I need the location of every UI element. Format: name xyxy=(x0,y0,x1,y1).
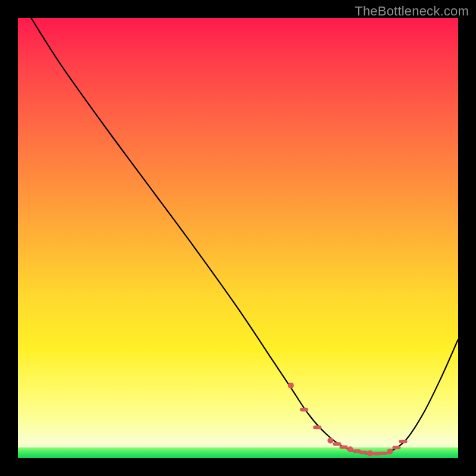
valley-marker-dot xyxy=(367,450,373,456)
valley-marker-dot xyxy=(387,449,393,455)
valley-marker-dot xyxy=(327,437,333,443)
valley-marker-dash xyxy=(333,442,342,446)
valley-marker-dash xyxy=(313,425,321,429)
chart-overlay xyxy=(18,18,458,458)
valley-marker-dash xyxy=(392,446,400,449)
valley-markers xyxy=(288,383,408,456)
bottleneck-curve xyxy=(31,18,458,454)
valley-marker-dash xyxy=(359,450,368,454)
valley-marker-dash xyxy=(340,446,348,449)
valley-marker-dot xyxy=(288,383,294,389)
plot-area xyxy=(18,18,458,458)
valley-marker-dash xyxy=(379,452,387,455)
valley-marker-dot xyxy=(347,446,353,452)
valley-marker-dash xyxy=(399,440,408,443)
valley-marker-dash xyxy=(300,408,308,412)
outer-frame: TheBottleneck.com xyxy=(0,0,476,476)
watermark-label: TheBottleneck.com xyxy=(355,4,469,19)
